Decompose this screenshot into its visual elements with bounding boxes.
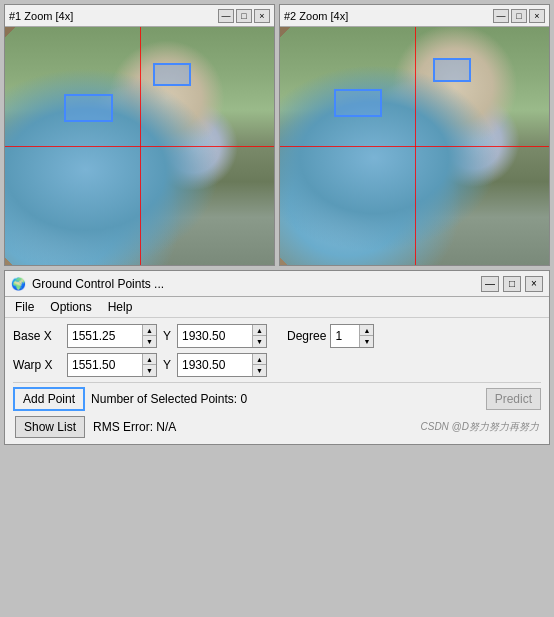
warp-x-spinner: ▲ ▼ [142,354,156,376]
crosshair-vertical-2 [415,27,416,265]
base-x-spinner: ▲ ▼ [142,325,156,347]
gcp-close-btn[interactable]: × [525,276,543,292]
base-x-spin-down[interactable]: ▼ [143,336,156,347]
warp-y-input[interactable] [178,354,250,376]
warp-y-group: ▲ ▼ [177,353,267,377]
menu-help[interactable]: Help [106,299,135,315]
warp-row: Warp X ▲ ▼ Y ▲ ▼ [13,353,541,377]
window1-image [5,27,274,265]
warp-x-input[interactable] [68,354,140,376]
gcp-dialog-title: Ground Control Points ... [32,277,164,291]
base-x-label: Base X [13,329,63,343]
gcp-titlebar: 🌍 Ground Control Points ... — □ × [5,271,549,297]
gcp-menubar: File Options Help [5,297,549,318]
gcp-maximize-btn[interactable]: □ [503,276,521,292]
gcp-title-left: 🌍 Ground Control Points ... [11,277,164,291]
predict-button[interactable]: Predict [486,388,541,410]
degree-group: Degree ▲ ▼ [287,324,374,348]
base-y-spin-down[interactable]: ▼ [253,336,266,347]
base-y-input[interactable] [178,325,250,347]
gcp-minimize-btn[interactable]: — [481,276,499,292]
bottom-row: Show List RMS Error: N/A CSDN @D努力努力再努力 [13,416,541,438]
base-y-label: Y [161,329,173,343]
show-list-button[interactable]: Show List [15,416,85,438]
gcp-titlebar-buttons: — □ × [481,276,543,292]
menu-file[interactable]: File [13,299,36,315]
degree-input[interactable] [331,325,359,347]
warp-y-spin-down[interactable]: ▼ [253,365,266,376]
window2-buttons: — □ × [493,9,545,23]
warp-x-spin-up[interactable]: ▲ [143,354,156,365]
gcp-body: Base X ▲ ▼ Y ▲ ▼ Degree [5,318,549,444]
crosshair-vertical-1 [140,27,141,265]
satellite-image-1 [5,27,274,265]
window1-maximize[interactable]: □ [236,9,252,23]
window2-maximize[interactable]: □ [511,9,527,23]
gcp-dialog-icon: 🌍 [11,277,26,291]
degree-spin-down[interactable]: ▼ [360,336,373,347]
warp-y-spinner: ▲ ▼ [252,354,266,376]
warp-x-spin-down[interactable]: ▼ [143,365,156,376]
window2-image [280,27,549,265]
image-windows-container: #1 Zoom [4x] — □ × #2 Zoom [4x] — □ [0,0,554,270]
window2-title: #2 Zoom [4x] [284,10,348,22]
degree-label: Degree [287,329,326,343]
warp-x-group: ▲ ▼ [67,353,157,377]
marker-1 [64,94,112,123]
menu-options[interactable]: Options [48,299,93,315]
warp-y-spin-up[interactable]: ▲ [253,354,266,365]
watermark-text: CSDN @D努力努力再努力 [421,420,540,434]
degree-spinner: ▲ ▼ [359,325,373,347]
selected-points-label: Number of Selected Points: 0 [91,392,480,406]
window1-titlebar: #1 Zoom [4x] — □ × [5,5,274,27]
satellite-image-2 [280,27,549,265]
degree-spin-up[interactable]: ▲ [360,325,373,336]
base-y-spinner: ▲ ▼ [252,325,266,347]
window1-buttons: — □ × [218,9,270,23]
base-x-input[interactable] [68,325,140,347]
add-point-button[interactable]: Add Point [13,387,85,411]
marker-3 [334,89,382,118]
window1-close[interactable]: × [254,9,270,23]
base-x-spin-up[interactable]: ▲ [143,325,156,336]
action-row: Add Point Number of Selected Points: 0 P… [13,382,541,411]
zoom-window-2: #2 Zoom [4x] — □ × [279,4,550,266]
rms-error-label: RMS Error: N/A [93,420,176,434]
base-y-spin-up[interactable]: ▲ [253,325,266,336]
zoom-window-1: #1 Zoom [4x] — □ × [4,4,275,266]
warp-y-label: Y [161,358,173,372]
warp-x-label: Warp X [13,358,63,372]
base-x-group: ▲ ▼ [67,324,157,348]
window2-close[interactable]: × [529,9,545,23]
window1-minimize[interactable]: — [218,9,234,23]
degree-input-wrap: ▲ ▼ [330,324,374,348]
marker-4 [433,58,471,82]
window2-minimize[interactable]: — [493,9,509,23]
window1-title: #1 Zoom [4x] [9,10,73,22]
window2-titlebar: #2 Zoom [4x] — □ × [280,5,549,27]
base-y-group: ▲ ▼ [177,324,267,348]
marker-2 [153,63,191,87]
base-row: Base X ▲ ▼ Y ▲ ▼ Degree [13,324,541,348]
gcp-dialog: 🌍 Ground Control Points ... — □ × File O… [4,270,550,445]
